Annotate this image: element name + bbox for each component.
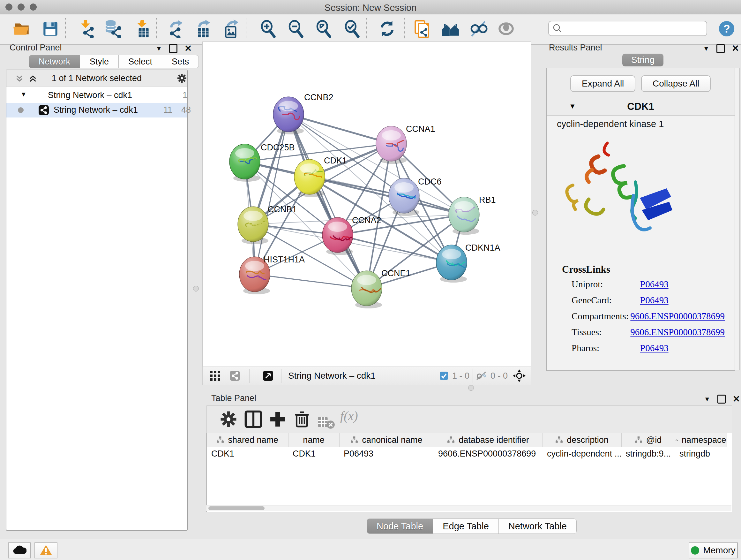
tab-network-table[interactable]: Network Table: [499, 518, 577, 534]
network-options-gear-icon[interactable]: [177, 73, 187, 83]
birdseye-view-icon[interactable]: [263, 370, 273, 381]
cloud-button[interactable]: [8, 543, 31, 558]
zoom-selected-icon[interactable]: [343, 19, 361, 38]
grid-view-icon[interactable]: [210, 370, 220, 381]
warning-button[interactable]: [35, 543, 57, 558]
table-cell[interactable]: cyclin-dependent ...: [542, 447, 621, 461]
float-panel-icon[interactable]: ▼: [704, 395, 711, 403]
delete-column-trash-icon[interactable]: [293, 410, 311, 428]
node-CCNA1[interactable]: [376, 126, 407, 164]
zoom-out-icon[interactable]: [286, 19, 305, 38]
delete-table-icon[interactable]: [317, 414, 335, 431]
node-CCNA2[interactable]: [322, 217, 353, 255]
maximize-panel-icon[interactable]: [717, 44, 725, 53]
node-CCNE1[interactable]: [351, 271, 382, 308]
import-table-icon[interactable]: [133, 19, 152, 38]
crosslink-link[interactable]: P06493: [640, 343, 669, 354]
collapse-all-button[interactable]: Collapse All: [641, 75, 711, 92]
node-CCNB2[interactable]: [273, 97, 304, 134]
node-CDKN1A[interactable]: [436, 245, 467, 283]
memory-button[interactable]: Memory: [689, 543, 738, 558]
results-tab-string[interactable]: String: [622, 54, 664, 66]
control-panel-tab-style[interactable]: Style: [80, 55, 119, 68]
enhanced-graphics-slash-icon[interactable]: [469, 19, 488, 38]
show-columns-icon[interactable]: [245, 410, 262, 428]
table-cell[interactable]: P06493: [339, 447, 434, 461]
fit-selection-crosshair-icon[interactable]: [513, 369, 526, 382]
close-panel-icon[interactable]: ✕: [185, 45, 192, 52]
left-splitter-handle[interactable]: [193, 286, 199, 292]
string-home-icon[interactable]: [441, 19, 460, 38]
column-header-description[interactable]: description: [542, 433, 621, 447]
crosslink-link[interactable]: 9606.ENSP00000378699: [630, 311, 725, 321]
string-import-icon[interactable]: [413, 19, 431, 38]
network-graph[interactable]: CCNB2CCNA1CDC25BCDK1CDC6RB1CCNB1CCNA2CDK…: [203, 42, 531, 367]
control-panel-tab-sets[interactable]: Sets: [162, 55, 199, 68]
column-header-name[interactable]: name: [288, 433, 339, 447]
save-session-icon[interactable]: [41, 19, 60, 38]
network-row[interactable]: String Network – cdk1 11 48: [6, 103, 187, 118]
edge-HIST1H1A-CCNE1[interactable]: [255, 274, 367, 288]
table-options-gear-icon[interactable]: [219, 410, 238, 428]
control-panel-tab-network[interactable]: Network: [29, 55, 80, 68]
close-panel-icon[interactable]: ✕: [732, 45, 739, 52]
close-panel-icon[interactable]: ✕: [733, 396, 740, 402]
node-CDC6[interactable]: [389, 178, 419, 216]
node-CDK1[interactable]: [294, 159, 325, 197]
network-collection-row[interactable]: ▼ String Network – cdk1 1: [6, 88, 187, 103]
tab-node-table[interactable]: Node Table: [367, 518, 433, 534]
show-glass-ball-eye-icon[interactable]: [497, 19, 515, 38]
maximize-panel-icon[interactable]: [718, 395, 726, 403]
expand-all-button[interactable]: Expand All: [570, 75, 635, 92]
gene-section-header[interactable]: ▼ CDK1: [547, 98, 735, 116]
zoom-fit-icon[interactable]: [314, 19, 333, 38]
string-view-icon[interactable]: [229, 370, 240, 381]
bottom-splitter-handle[interactable]: [468, 385, 474, 391]
zoom-in-icon[interactable]: [259, 19, 277, 38]
network-canvas[interactable]: CCNB2CCNA1CDC25BCDK1CDC6RB1CCNB1CCNA2CDK…: [202, 42, 531, 367]
help-icon[interactable]: ?: [718, 20, 737, 39]
tab-edge-table[interactable]: Edge Table: [433, 518, 499, 534]
column-header-database-identifier[interactable]: database identifier: [434, 433, 542, 447]
export-table-icon[interactable]: [194, 19, 212, 38]
edge-CCNB2-CCNA1[interactable]: [288, 114, 391, 144]
control-panel-tab-select[interactable]: Select: [119, 55, 162, 68]
table-row[interactable]: CDK1CDK1P064939606.ENSP00000378699cyclin…: [207, 447, 727, 461]
maximize-panel-icon[interactable]: [169, 44, 178, 53]
crosslink-label: Pharos:: [571, 343, 640, 354]
column-header-shared-name[interactable]: shared name: [207, 433, 288, 447]
results-scrollbar[interactable]: [735, 68, 740, 370]
node-RB1[interactable]: [449, 197, 479, 235]
crosslink-row: Pharos:P06493: [571, 343, 725, 354]
column-header-namespace[interactable]: namespace: [675, 433, 727, 447]
selected-checkbox-icon[interactable]: [440, 371, 448, 380]
table-horizontal-scrollbar[interactable]: [206, 505, 731, 511]
table-cell[interactable]: stringdb: [675, 447, 727, 461]
float-panel-icon[interactable]: ▼: [156, 45, 162, 52]
table-cell[interactable]: CDK1: [288, 447, 339, 461]
import-network-icon[interactable]: [77, 19, 96, 38]
collection-expand-triangle[interactable]: ▼: [20, 91, 27, 98]
table-cell[interactable]: stringdb:9...: [621, 447, 675, 461]
refresh-layout-icon[interactable]: [378, 19, 396, 38]
crosslink-link[interactable]: P06493: [640, 295, 669, 306]
float-panel-icon[interactable]: ▼: [703, 45, 710, 52]
create-column-plus-icon[interactable]: [269, 410, 286, 428]
node-CCNB1[interactable]: [238, 206, 268, 244]
table-cell[interactable]: CDK1: [207, 447, 288, 461]
column-header--id[interactable]: @id: [621, 433, 675, 447]
right-splitter-handle[interactable]: [532, 210, 538, 215]
search-input[interactable]: [565, 22, 701, 34]
node-CDC25B[interactable]: [229, 144, 260, 182]
import-network-from-database-icon[interactable]: [104, 19, 123, 38]
export-image-icon[interactable]: [222, 19, 240, 38]
table-cell[interactable]: 9606.ENSP00000378699: [434, 447, 542, 461]
open-session-icon[interactable]: [12, 19, 31, 38]
crosslink-link[interactable]: 9606.ENSP00000378699: [630, 327, 725, 337]
function-builder-icon[interactable]: f(x): [340, 408, 375, 426]
scrollbar-thumb[interactable]: [208, 506, 265, 510]
crosslink-link[interactable]: P06493: [640, 279, 669, 290]
export-network-icon[interactable]: [166, 19, 185, 38]
column-header-canonical-name[interactable]: canonical name: [339, 433, 434, 447]
edge-CCNB2-HIST1H1A[interactable]: [255, 114, 288, 274]
